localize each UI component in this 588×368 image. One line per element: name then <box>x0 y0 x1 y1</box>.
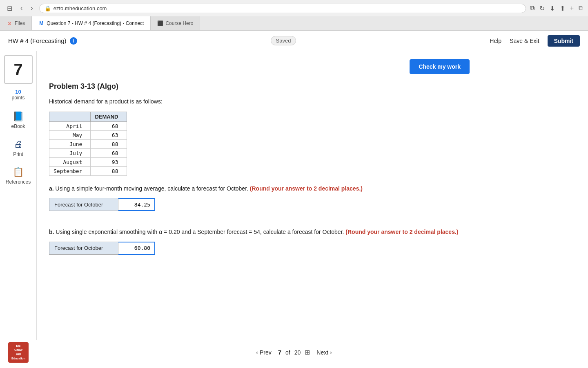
part-b-forecast-row: Forecast for October <box>49 242 470 255</box>
table-row: August93 <box>49 158 127 167</box>
prev-button[interactable]: ‹ Prev <box>256 349 271 356</box>
next-button[interactable]: Next › <box>316 349 332 356</box>
footer-container: McGrawHillEducation ‹ Prev 7 of 20 ⊞ Nex… <box>0 340 588 364</box>
demand-table: DEMAND April68May63June88July68August93S… <box>49 112 127 176</box>
part-b-section: b. Using single exponential smoothing wi… <box>49 227 470 254</box>
sidebar-item-print[interactable]: 🖨 Print <box>2 135 35 161</box>
month-cell: April <box>49 122 91 131</box>
grid-icon[interactable]: ⊞ <box>305 348 310 356</box>
sidebar: 7 10 points 📘 eBook 🖨 Print 📋 References <box>0 51 37 340</box>
month-cell: June <box>49 140 91 149</box>
files-tab-label: Files <box>15 20 25 26</box>
prev-label: Prev <box>260 349 272 356</box>
prev-chevron-icon: ‹ <box>256 349 258 356</box>
address-bar[interactable]: 🔒 ezto.mheducation.com <box>39 4 526 13</box>
month-cell: August <box>49 158 91 167</box>
lock-icon: 🔒 <box>45 5 51 11</box>
demand-cell: 68 <box>91 122 127 131</box>
demand-cell: 88 <box>91 167 127 176</box>
part-a-round-note: (Round your answer to 2 decimal places.) <box>250 185 363 192</box>
month-cell: July <box>49 149 91 158</box>
table-row: April68 <box>49 122 127 131</box>
next-chevron-icon: › <box>330 349 332 356</box>
ebook-icon: 📘 <box>13 111 24 122</box>
sidebar-item-references[interactable]: 📋 References <box>2 163 35 189</box>
header-actions: Help Save & Exit Submit <box>490 35 580 47</box>
tab-coursehero[interactable]: ⬛ Course Hero <box>151 16 200 30</box>
part-b-forecast-label: Forecast for October <box>49 242 118 255</box>
problem-description: Historical demand for a product is as fo… <box>49 97 470 106</box>
save-exit-link[interactable]: Save & Exit <box>510 38 539 44</box>
current-page: 7 <box>278 349 281 356</box>
print-label: Print <box>13 151 23 157</box>
files-tab-icon: ⊙ <box>7 20 12 26</box>
part-a-forecast-row: Forecast for October <box>49 198 470 211</box>
back-btn[interactable]: ‹ <box>18 4 24 13</box>
coursehero-tab-label: Course Hero <box>165 20 193 26</box>
question7-tab-icon: M <box>38 20 44 26</box>
references-icon: 📋 <box>13 167 24 177</box>
saved-badge: Saved <box>271 36 296 45</box>
footer-nav: ‹ Prev 7 of 20 ⊞ Next › <box>256 348 332 356</box>
table-row: July68 <box>49 149 127 158</box>
reload-icon[interactable]: ↻ <box>539 4 545 12</box>
browser-toolbar: ⊟ ‹ › 🔒 ezto.mheducation.com ⧉ ↻ ⬇ ⬆ + ⧉ <box>0 0 588 16</box>
part-a-label: a. Using a simple four-month moving aver… <box>49 184 470 193</box>
question-badge: 7 <box>4 55 33 84</box>
new-tab-icon[interactable]: + <box>570 4 574 12</box>
part-b-forecast-input[interactable] <box>118 242 155 255</box>
points-container: 10 points <box>11 89 24 101</box>
share-icon[interactable]: ⬆ <box>560 4 565 12</box>
browser-tabs: ⊙ Files M Question 7 - HW # 4 (Forecasti… <box>0 16 588 30</box>
hw-title-container: HW # 4 (Forecasting) i <box>8 37 77 45</box>
page-info: 7 of 20 ⊞ <box>278 348 310 356</box>
demand-cell: 93 <box>91 158 127 167</box>
check-btn-container: Check my work <box>49 59 470 74</box>
sidebar-item-ebook[interactable]: 📘 eBook <box>2 107 35 133</box>
sidebar-toggle-btn[interactable]: ⊟ <box>5 4 14 13</box>
part-b-text: Using single exponential smoothing with … <box>56 229 345 235</box>
total-pages: 20 <box>294 349 301 356</box>
points-label: points <box>11 95 24 101</box>
main-layout: 7 10 points 📘 eBook 🖨 Print 📋 References… <box>0 51 588 340</box>
hw-title-text: HW # 4 (Forecasting) <box>8 37 67 44</box>
content-area: Check my work Problem 3-13 (Algo) Histor… <box>37 51 486 340</box>
demand-cell: 68 <box>91 149 127 158</box>
download-icon[interactable]: ⬇ <box>550 4 555 12</box>
tab-question7[interactable]: M Question 7 - HW # 4 (Forecasting) - Co… <box>32 16 151 30</box>
points-value: 10 <box>11 89 24 95</box>
windows-icon[interactable]: ⧉ <box>579 4 583 12</box>
table-row: June88 <box>49 140 127 149</box>
forward-btn[interactable]: › <box>29 4 35 13</box>
part-a-forecast-input[interactable] <box>118 198 155 211</box>
check-my-work-button[interactable]: Check my work <box>410 59 470 74</box>
demand-cell: 88 <box>91 140 127 149</box>
tab-icon: ⧉ <box>530 4 535 12</box>
mcgraw-hill-logo: McGrawHillEducation <box>8 342 29 363</box>
part-b-label: b. Using single exponential smoothing wi… <box>49 227 470 236</box>
month-cell: May <box>49 131 91 140</box>
browser-actions: ⧉ ↻ ⬇ ⬆ + ⧉ <box>530 4 583 12</box>
table-row: May63 <box>49 131 127 140</box>
app-header: HW # 4 (Forecasting) i Saved Help Save &… <box>0 31 588 51</box>
footer: McGrawHillEducation ‹ Prev 7 of 20 ⊞ Nex… <box>0 340 588 364</box>
demand-col-header: DEMAND <box>91 112 127 122</box>
problem-title: Problem 3-13 (Algo) <box>49 82 470 91</box>
month-cell: September <box>49 167 91 176</box>
tab-files[interactable]: ⊙ Files <box>0 16 32 30</box>
question7-tab-label: Question 7 - HW # 4 (Forecasting) - Conn… <box>47 20 144 26</box>
part-b-round-note: (Round your answer to 2 decimal places.) <box>345 229 458 235</box>
ebook-label: eBook <box>11 123 25 129</box>
references-label: References <box>6 179 31 185</box>
submit-button[interactable]: Submit <box>548 35 580 47</box>
month-col-header <box>49 112 91 122</box>
part-a-forecast-label: Forecast for October <box>49 198 118 211</box>
url-text: ezto.mheducation.com <box>53 5 107 11</box>
part-a-text: Using a simple four-month moving average… <box>56 185 248 192</box>
help-link[interactable]: Help <box>490 38 501 44</box>
print-icon: 🖨 <box>14 139 23 150</box>
table-row: September88 <box>49 167 127 176</box>
next-label: Next <box>316 349 328 356</box>
info-icon[interactable]: i <box>70 37 77 45</box>
coursehero-tab-icon: ⬛ <box>157 20 163 26</box>
